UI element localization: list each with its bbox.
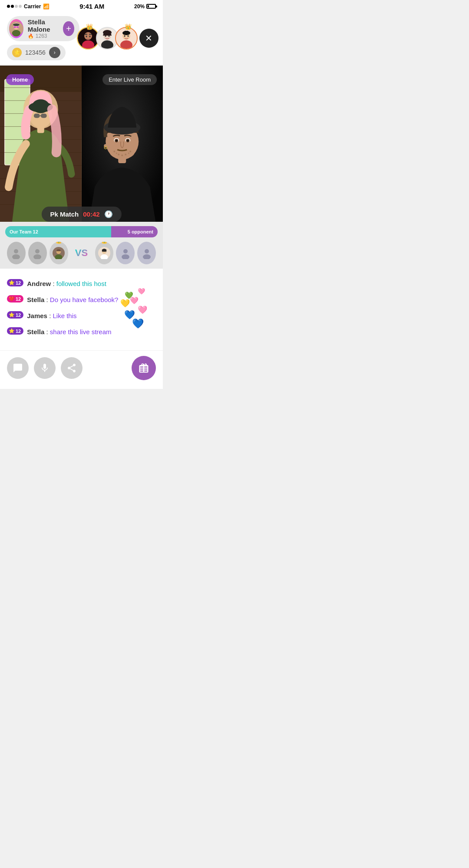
- svg-point-59: [127, 140, 129, 141]
- battery-fill: [148, 5, 149, 7]
- streamer-right-image: [82, 66, 163, 222]
- svg-point-11: [86, 36, 87, 37]
- chat-text-james: James : Like this: [27, 311, 76, 320]
- svg-point-62: [116, 153, 117, 154]
- mic-button[interactable]: [34, 357, 56, 379]
- signal-dot-4: [19, 5, 22, 8]
- coin-icon: ⭐: [12, 48, 22, 57]
- badge-icon-stella-2: ⭐: [9, 328, 15, 334]
- chat-badge-stella-2: ⭐ 12: [7, 327, 23, 335]
- viewer-1-crown: 👑: [86, 23, 93, 30]
- player-3-image: [53, 247, 65, 259]
- chat-section: 🩷 🩷 🩷 💛 💚 💙 💙 ⭐ 12 Andrew : followed thi…: [0, 269, 163, 350]
- enter-room-badge[interactable]: Enter Live Room: [102, 74, 157, 85]
- chat-message-stella-2: share this live stream: [50, 328, 112, 335]
- home-badge[interactable]: Home: [6, 74, 34, 85]
- badge-icon-james: ⭐: [9, 312, 15, 318]
- viewer-2-image: [97, 28, 118, 49]
- pk-label: Pk Match: [50, 210, 79, 218]
- chat-item-andrew: ⭐ 12 Andrew : followed this host: [7, 279, 156, 288]
- svg-point-71: [35, 249, 40, 253]
- pk-bar: Pk Match 00:42 🕐: [41, 207, 121, 222]
- players-row: 👑 VS 👑: [5, 242, 158, 264]
- player-6-placeholder-icon: [141, 247, 153, 259]
- svg-point-82: [145, 249, 149, 253]
- chat-message-andrew: followed this host: [56, 280, 106, 287]
- svg-point-22: [124, 35, 125, 37]
- chat-name-stella-1: Stella: [27, 296, 44, 303]
- svg-point-81: [122, 254, 129, 259]
- svg-point-67: [129, 151, 131, 152]
- status-time: 9:41 AM: [79, 3, 104, 10]
- svg-point-61: [113, 151, 115, 152]
- chat-message-james: Like this: [53, 312, 76, 319]
- share-button[interactable]: [61, 357, 83, 379]
- viewer-3-crown: 👑: [125, 23, 132, 30]
- svg-point-65: [125, 154, 126, 155]
- player-2-placeholder-icon: [31, 247, 43, 259]
- bottom-bar: [0, 350, 163, 389]
- coins-arrow-button[interactable]: ›: [49, 47, 60, 58]
- svg-point-24: [122, 31, 130, 35]
- svg-point-23: [127, 35, 129, 37]
- heart-3: 🩷: [138, 288, 145, 295]
- status-right: 20%: [134, 3, 156, 10]
- svg-rect-43: [41, 114, 47, 118]
- status-bar: Carrier 📶 9:41 AM 20%: [0, 0, 163, 12]
- chat-button[interactable]: [7, 357, 29, 379]
- svg-rect-4: [13, 26, 16, 28]
- vs-text: VS: [75, 247, 88, 259]
- player-5-avatar[interactable]: [116, 242, 135, 264]
- svg-point-12: [89, 36, 90, 37]
- bottom-actions: [7, 357, 83, 379]
- svg-point-72: [33, 254, 41, 259]
- close-button[interactable]: ✕: [139, 29, 159, 48]
- gift-icon: [138, 362, 150, 374]
- badge-icon-andrew: ⭐: [9, 280, 15, 286]
- user-info: Stella Malone 🔥 1263: [28, 18, 59, 39]
- chat-icon: [13, 363, 23, 373]
- svg-rect-6: [16, 27, 17, 27]
- score-left-bar: Our Team 12: [5, 226, 111, 237]
- coins-pill: ⭐ 123456 ›: [7, 45, 66, 60]
- add-button[interactable]: +: [63, 21, 74, 36]
- badge-icon-stella-1: ❤️: [9, 296, 15, 302]
- chat-text-stella-1: Stella : Do you have facebook?: [27, 295, 118, 304]
- chat-item-stella-2: ⭐ 12 Stella : share this live stream: [7, 327, 156, 336]
- battery-icon: [146, 4, 156, 9]
- badge-num-stella-1: 12: [16, 296, 21, 302]
- user-card: Stella Malone 🔥 1263 +: [7, 16, 79, 41]
- gift-button[interactable]: [132, 356, 156, 380]
- share-icon: [66, 363, 77, 373]
- score-right-bar: 5 opponent: [111, 226, 158, 237]
- svg-point-64: [121, 155, 123, 156]
- badge-num-andrew: 12: [16, 280, 21, 286]
- viewers-container: 👑: [79, 27, 159, 49]
- video-right: Enter Live Room: [82, 66, 163, 222]
- svg-point-69: [14, 249, 18, 253]
- player-3-crown-icon: 👑: [55, 242, 62, 244]
- player-4-avatar[interactable]: 👑: [95, 242, 114, 264]
- svg-point-9: [84, 32, 92, 40]
- score-bar: Our Team 12 5 opponent: [5, 226, 158, 237]
- user-name: Stella Malone: [28, 18, 59, 33]
- player-2-avatar[interactable]: [28, 242, 47, 264]
- chat-badge-james: ⭐ 12: [7, 311, 23, 319]
- player-4-image: [98, 247, 110, 259]
- score-section: Our Team 12 5 opponent 👑: [0, 222, 163, 269]
- streamer-left-image: [0, 66, 82, 222]
- chat-name-stella-2: Stella: [27, 328, 44, 335]
- viewer-3-image: [116, 28, 137, 49]
- player-6-avatar[interactable]: [137, 242, 156, 264]
- badge-num-james: 12: [16, 312, 21, 318]
- player-3-avatar[interactable]: 👑: [50, 242, 68, 264]
- svg-point-46: [32, 99, 50, 113]
- viewer-3-avatar[interactable]: [115, 27, 138, 49]
- chat-name-james: James: [27, 312, 47, 319]
- svg-point-58: [116, 140, 117, 141]
- carrier-label: Carrier: [24, 3, 41, 10]
- svg-point-83: [143, 254, 151, 259]
- wifi-icon: 📶: [43, 3, 50, 10]
- vs-badge: VS: [71, 242, 92, 264]
- player-1-avatar[interactable]: [7, 242, 26, 264]
